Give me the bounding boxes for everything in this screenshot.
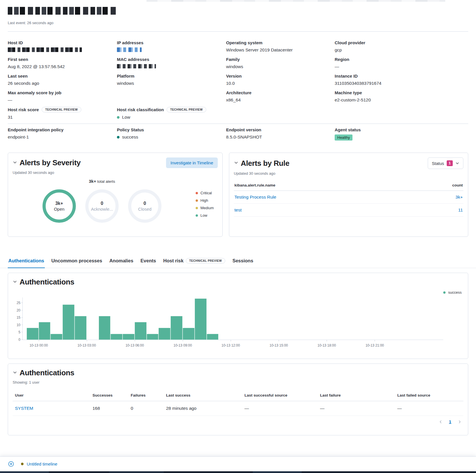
field-operating-system: Operating systemWindows Server 2019 Data… xyxy=(226,40,335,57)
investigate-in-timeline-button[interactable]: Investigate in Timeline xyxy=(166,157,218,168)
tab-uncommon-processes[interactable]: Uncommon processes xyxy=(51,258,103,268)
ip-addresses-redacted-value xyxy=(117,47,142,52)
rule-name-link[interactable]: Testing Process Rule xyxy=(234,195,276,200)
x-axis-label: 10-13 03:00 xyxy=(78,343,96,347)
field-label: Platform xyxy=(117,74,134,78)
field-label-row: Policy Status xyxy=(117,127,226,132)
cell-successes: 168 xyxy=(90,401,128,416)
tab-authentications[interactable]: Authentications xyxy=(8,258,45,268)
field-value-text: windows xyxy=(117,81,134,86)
rule-name-link[interactable]: test xyxy=(234,207,242,213)
field-label: Version xyxy=(226,74,242,78)
endpoint-overview-grid: Endpoint integration policyendpoint-1Pol… xyxy=(8,127,468,143)
tab-label: Sessions xyxy=(232,258,253,264)
y-axis-tick xyxy=(21,303,23,303)
bar xyxy=(147,334,159,340)
chevron-down-icon[interactable] xyxy=(13,279,17,285)
rule-name-column-header: kibana.alert.rule.name xyxy=(234,183,275,187)
donut-label: Acknowle... xyxy=(91,207,113,211)
rule-row: test11 xyxy=(234,204,463,217)
field-label: Agent status xyxy=(335,127,361,132)
x-axis-tick xyxy=(279,340,279,341)
y-axis-label: 5 xyxy=(13,330,20,334)
field-value-text: endpoint-1 xyxy=(8,134,29,140)
bar xyxy=(39,322,51,340)
legend-dot xyxy=(196,199,198,202)
legend-label: High xyxy=(201,198,208,203)
bar xyxy=(159,328,170,340)
rule-row: Testing Process Rule3k+ xyxy=(234,191,463,204)
field-agent-status: Agent statusHealthy xyxy=(335,127,468,141)
donut-label: Closed xyxy=(138,207,152,211)
field-label: MAC addresses xyxy=(117,57,149,62)
untitled-timeline-link[interactable]: Untitled timeline xyxy=(27,462,57,466)
x-axis-tick xyxy=(39,340,39,341)
legend-label: Critical xyxy=(201,191,212,195)
chevron-down-icon[interactable] xyxy=(13,370,17,376)
alerts-by-rule-panel: Alerts by Rule Status 1 Updated 30 secon… xyxy=(229,153,468,237)
field-value: Windows Server 2019 Datacenter xyxy=(226,47,335,53)
chevron-down-icon[interactable] xyxy=(13,160,17,166)
field-value: 10.0 xyxy=(226,81,335,86)
previous-page-button[interactable] xyxy=(439,420,443,424)
cell-user: SYSTEM xyxy=(13,401,90,416)
field-value: Low xyxy=(117,115,226,120)
field-host-risk-classification: Host risk classificationTECHNICAL PREVIE… xyxy=(117,107,226,124)
status-filter-button[interactable]: Status 1 xyxy=(428,157,463,169)
y-axis-label: 20 xyxy=(13,308,20,312)
cell-last-successful-source: — xyxy=(242,401,318,416)
field-label-row: First seen xyxy=(8,57,117,62)
field-label: Machine type xyxy=(335,90,362,95)
field-host-risk-score: Host risk scoreTECHNICAL PREVIEW31 xyxy=(8,107,117,124)
page-number[interactable]: 1 xyxy=(449,419,451,424)
donut-closed: 0Closed xyxy=(128,189,161,223)
tab-sessions[interactable]: Sessions xyxy=(232,258,254,268)
donut-label: Open xyxy=(54,207,65,211)
chevron-down-icon[interactable] xyxy=(234,160,238,166)
technical-preview-badge: TECHNICAL PREVIEW xyxy=(186,258,225,264)
y-axis-tick xyxy=(21,317,23,318)
tab-anomalies[interactable]: Anomalies xyxy=(109,258,134,268)
field-label: Host risk classification xyxy=(117,107,164,112)
tab-events[interactable]: Events xyxy=(140,258,157,268)
field-label-row: Family xyxy=(226,57,335,62)
field-value xyxy=(117,47,226,52)
field-ip-addresses: IP addresses xyxy=(117,40,226,57)
field-value xyxy=(117,64,226,68)
empty-cell xyxy=(117,90,226,107)
field-family: Familywindows xyxy=(226,57,335,74)
user-link[interactable]: SYSTEM xyxy=(15,406,33,411)
field-value: x86_64 xyxy=(226,97,335,103)
bar xyxy=(111,334,122,340)
next-page-button[interactable] xyxy=(458,420,462,424)
column-header-successes: Successes xyxy=(90,391,128,401)
y-axis-label: 0 xyxy=(13,338,20,342)
donut-value: 3k+ xyxy=(55,201,63,206)
legend-item-high: High xyxy=(196,198,214,203)
x-axis-tick xyxy=(231,340,231,341)
field-mac-addresses: MAC addresses xyxy=(117,57,226,74)
field-value-text: success xyxy=(122,134,138,140)
tab-host-risk[interactable]: Host riskTECHNICAL PREVIEW xyxy=(163,258,226,268)
donut-acknowle: 0Acknowle... xyxy=(85,189,119,223)
rule-count-link[interactable]: 11 xyxy=(458,207,463,213)
bar xyxy=(183,328,194,340)
tab-label: Uncommon processes xyxy=(51,258,102,264)
panel-title: Alerts by Rule xyxy=(241,159,289,168)
field-value: Aug 8, 2022 @ 13:57:56.542 xyxy=(8,64,117,69)
field-instance-id: Instance ID3110350340383791674 xyxy=(335,74,468,90)
authentications-chart-panel: Authentications success 051015202510-13 … xyxy=(8,273,468,359)
total-alerts-count: 3k+ xyxy=(89,179,96,184)
field-value-text: 31 xyxy=(8,115,13,120)
field-value-text: 3110350340383791674 xyxy=(335,81,381,86)
rule-count-link[interactable]: 3k+ xyxy=(456,195,463,200)
field-label-row: Agent status xyxy=(335,127,468,132)
y-axis-label: 25 xyxy=(13,301,20,305)
divider xyxy=(8,31,468,32)
x-axis-tick xyxy=(135,340,135,341)
legend-item-low: Low xyxy=(196,213,214,218)
donut-open: 3k+Open xyxy=(43,189,76,223)
field-label: Family xyxy=(226,57,240,62)
field-label-row: Host ID xyxy=(8,40,117,45)
add-timeline-button[interactable] xyxy=(8,461,14,467)
